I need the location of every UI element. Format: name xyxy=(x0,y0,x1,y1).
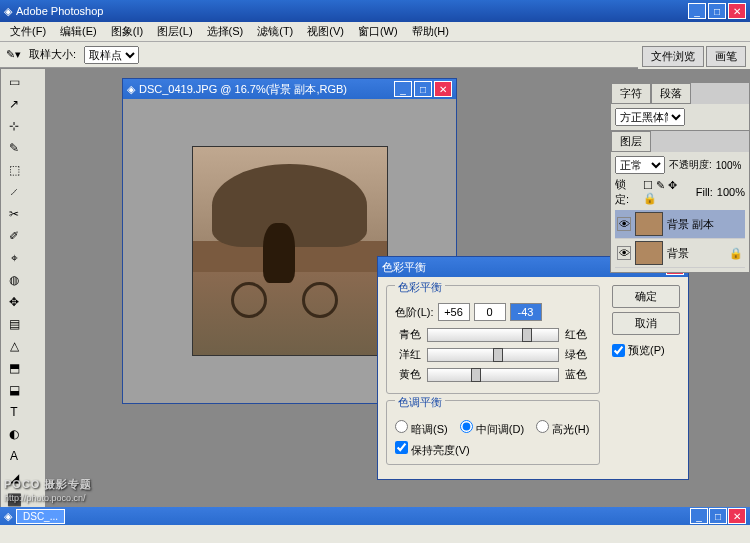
cancel-button[interactable]: 取消 xyxy=(612,312,680,335)
slider-right-green: 绿色 xyxy=(565,347,591,362)
opacity-value[interactable]: 100% xyxy=(716,160,742,171)
menu-edit[interactable]: 编辑(E) xyxy=(54,22,103,41)
slider-right-red: 红色 xyxy=(565,327,591,342)
tool-pen[interactable]: ◐ xyxy=(4,424,24,444)
dialog-title: 色彩平衡 xyxy=(382,260,426,275)
lock-label: 锁定: xyxy=(615,177,639,207)
tool-marquee[interactable]: ▭ xyxy=(4,72,24,92)
level-cyan-red[interactable] xyxy=(438,303,470,321)
tab-layers[interactable]: 图层 xyxy=(611,131,651,152)
doc-close-button[interactable]: ✕ xyxy=(434,81,452,97)
group-title-color: 色彩平衡 xyxy=(395,280,445,295)
blend-mode-select[interactable]: 正常 xyxy=(615,156,665,174)
color-balance-dialog: 色彩平衡 ✕ 色彩平衡 色阶(L): 青色 红色 洋红 xyxy=(377,256,689,480)
character-panel: 字符 段落 方正黑体简体 xyxy=(610,82,750,131)
menu-window[interactable]: 窗口(W) xyxy=(352,22,404,41)
minimize-button[interactable]: _ xyxy=(688,3,706,19)
tab-paragraph[interactable]: 段落 xyxy=(651,83,691,104)
tool-move[interactable]: ↗ xyxy=(4,94,24,114)
layer-thumbnail xyxy=(635,241,663,265)
tool-brush[interactable]: ✐ xyxy=(4,226,24,246)
slider-magenta-green[interactable] xyxy=(427,348,559,362)
tab-character[interactable]: 字符 xyxy=(611,83,651,104)
tool-eraser[interactable]: ✥ xyxy=(4,292,24,312)
eyedropper-icon: ✎▾ xyxy=(6,48,21,61)
image-content xyxy=(192,146,388,356)
layers-panel: 图层 正常 不透明度: 100% 锁定: ☐ ✎ ✥ 🔒 Fill: 100% … xyxy=(610,130,750,273)
document-titlebar[interactable]: ◈ DSC_0419.JPG @ 16.7%(背景 副本,RGB) _ □ ✕ xyxy=(123,79,456,99)
tool-crop[interactable]: ⬚ xyxy=(4,160,24,180)
tool-path[interactable]: ⬓ xyxy=(4,380,24,400)
slider-left-yellow: 黄色 xyxy=(395,367,421,382)
tab-file-browser[interactable]: 文件浏览 xyxy=(642,46,704,67)
ok-button[interactable]: 确定 xyxy=(612,285,680,308)
slider-cyan-red[interactable] xyxy=(427,328,559,342)
document-icon: ◈ xyxy=(127,83,135,96)
radio-highlights[interactable]: 高光(H) xyxy=(536,420,589,437)
layer-thumbnail xyxy=(635,212,663,236)
menu-layer[interactable]: 图层(L) xyxy=(151,22,198,41)
visibility-icon[interactable]: 👁 xyxy=(617,246,631,260)
document-taskbar: ◈ DSC_... _ □ ✕ xyxy=(0,507,750,525)
taskbar-close[interactable]: ✕ xyxy=(728,508,746,524)
taskbar-maximize[interactable]: □ xyxy=(709,508,727,524)
layer-name[interactable]: 背景 xyxy=(667,246,689,261)
levels-label: 色阶(L): xyxy=(395,305,434,320)
app-title: Adobe Photoshop xyxy=(16,5,103,17)
app-titlebar: ◈ Adobe Photoshop _ □ ✕ xyxy=(0,0,750,22)
visibility-icon[interactable]: 👁 xyxy=(617,217,631,231)
taskbar-icon: ◈ xyxy=(4,510,12,523)
sample-size-select[interactable]: 取样点 xyxy=(84,46,139,64)
taskbar-document[interactable]: DSC_... xyxy=(16,509,65,524)
tool-shape[interactable]: A xyxy=(4,446,24,466)
tool-lasso[interactable]: ⊹ xyxy=(4,116,24,136)
tool-dodge[interactable]: ⬒ xyxy=(4,358,24,378)
slider-left-magenta: 洋红 xyxy=(395,347,421,362)
statusbar: ◈ DSC_... _ □ ✕ 16.67% 文档:9.5M/19M ▶ 点按图… xyxy=(0,507,750,543)
tool-slice[interactable]: ⟋ xyxy=(4,182,24,202)
doc-minimize-button[interactable]: _ xyxy=(394,81,412,97)
radio-shadows[interactable]: 暗调(S) xyxy=(395,420,448,437)
color-balance-group: 色彩平衡 色阶(L): 青色 红色 洋红 绿色 xyxy=(386,285,600,394)
layer-name[interactable]: 背景 副本 xyxy=(667,217,714,232)
tool-heal[interactable]: ✂ xyxy=(4,204,24,224)
maximize-button[interactable]: □ xyxy=(708,3,726,19)
tool-blur[interactable]: △ xyxy=(4,336,24,356)
slider-left-cyan: 青色 xyxy=(395,327,421,342)
menu-file[interactable]: 文件(F) xyxy=(4,22,52,41)
layer-row[interactable]: 👁 背景 副本 xyxy=(615,210,745,239)
checkbox-preview[interactable]: 预览(P) xyxy=(612,343,680,358)
level-magenta-green[interactable] xyxy=(474,303,506,321)
tool-stamp[interactable]: ⌖ xyxy=(4,248,24,268)
menu-view[interactable]: 视图(V) xyxy=(301,22,350,41)
document-title: DSC_0419.JPG @ 16.7%(背景 副本,RGB) xyxy=(139,82,347,97)
menu-help[interactable]: 帮助(H) xyxy=(406,22,455,41)
menu-filter[interactable]: 滤镜(T) xyxy=(251,22,299,41)
menu-image[interactable]: 图象(I) xyxy=(105,22,149,41)
tool-history[interactable]: ◍ xyxy=(4,270,24,290)
group-title-tone: 色调平衡 xyxy=(395,395,445,410)
font-select[interactable]: 方正黑体简体 xyxy=(615,108,685,126)
fill-value[interactable]: 100% xyxy=(717,186,745,198)
radio-midtones[interactable]: 中间调(D) xyxy=(460,420,524,437)
app-icon: ◈ xyxy=(4,5,12,18)
close-button[interactable]: ✕ xyxy=(728,3,746,19)
right-tabs: 文件浏览 画笔 xyxy=(638,44,750,69)
tool-wand[interactable]: ✎ xyxy=(4,138,24,158)
tab-brushes[interactable]: 画笔 xyxy=(706,46,746,67)
slider-yellow-blue[interactable] xyxy=(427,368,559,382)
taskbar-minimize[interactable]: _ xyxy=(690,508,708,524)
level-yellow-blue[interactable] xyxy=(510,303,542,321)
tool-gradient[interactable]: ▤ xyxy=(4,314,24,334)
watermark: POCO 摄影专题 http://photo.poco.cn/ xyxy=(4,472,92,503)
lock-icon: 🔒 xyxy=(729,247,743,260)
lock-icons[interactable]: ☐ ✎ ✥ 🔒 xyxy=(643,179,692,205)
sample-size-label: 取样大小: xyxy=(29,47,76,62)
menubar: 文件(F) 编辑(E) 图象(I) 图层(L) 选择(S) 滤镜(T) 视图(V… xyxy=(0,22,750,42)
checkbox-preserve-luminosity[interactable]: 保持亮度(V) xyxy=(395,441,470,458)
doc-maximize-button[interactable]: □ xyxy=(414,81,432,97)
tone-balance-group: 色调平衡 暗调(S) 中间调(D) 高光(H) 保持亮度(V) xyxy=(386,400,600,465)
layer-row[interactable]: 👁 背景 🔒 xyxy=(615,239,745,268)
menu-select[interactable]: 选择(S) xyxy=(201,22,250,41)
tool-type[interactable]: T xyxy=(4,402,24,422)
